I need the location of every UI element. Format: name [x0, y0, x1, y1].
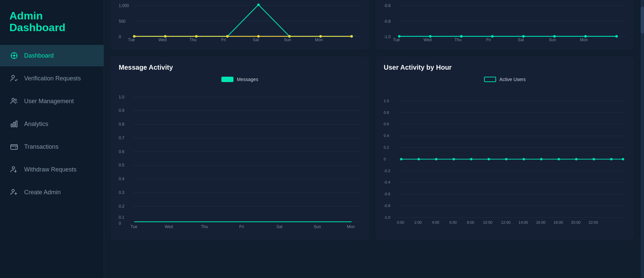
svg-text:1.0: 1.0: [119, 95, 124, 99]
svg-point-57: [584, 35, 587, 38]
sidebar-item-dashboard[interactable]: Dashboard: [0, 45, 104, 66]
svg-text:-0.6: -0.6: [384, 192, 390, 196]
svg-text:Fri: Fri: [486, 38, 491, 42]
svg-text:16:00: 16:00: [536, 220, 545, 224]
svg-point-120: [470, 158, 472, 160]
svg-text:6:00: 6:00: [449, 220, 457, 224]
sidebar-item-transactions[interactable]: Transactions: [0, 136, 104, 157]
svg-point-14: [12, 167, 15, 169]
bar-chart-icon: [9, 119, 19, 129]
svg-text:18:00: 18:00: [553, 220, 563, 224]
svg-point-51: [398, 35, 400, 38]
svg-text:0.7: 0.7: [119, 136, 124, 140]
svg-text:Wed: Wed: [165, 224, 173, 229]
svg-point-123: [523, 158, 525, 160]
sidebar-nav: Dashboard Verification Requests: [0, 42, 104, 206]
svg-text:0.8: 0.8: [119, 122, 124, 127]
app-title: Admin Dashboard: [9, 10, 94, 33]
svg-text:Sat: Sat: [518, 38, 524, 42]
messages-legend-box: [221, 77, 233, 82]
svg-text:0.4: 0.4: [119, 177, 124, 181]
person-add-icon: [9, 188, 19, 197]
scrollbar-track[interactable]: [641, 0, 644, 278]
message-activity-legend: Messages: [119, 77, 361, 82]
sidebar-item-withdraw-requests[interactable]: Withdraw Requests: [0, 159, 104, 180]
svg-text:0.9: 0.9: [119, 108, 124, 113]
sidebar-item-user-management[interactable]: User Management: [0, 90, 104, 112]
svg-text:Mon: Mon: [315, 38, 323, 42]
svg-point-124: [540, 158, 542, 160]
partial-chart-left-svg: 1,000 500 0: [119, 0, 361, 44]
sidebar: Admin Dashboard Dashboard: [0, 0, 104, 278]
svg-point-125: [557, 158, 560, 160]
svg-point-121: [488, 158, 490, 160]
svg-text:8:00: 8:00: [467, 220, 474, 224]
svg-point-56: [553, 35, 555, 38]
svg-point-118: [435, 158, 437, 160]
sidebar-item-create-admin[interactable]: Create Admin: [0, 182, 104, 203]
partial-chart-left: 1,000 500 0: [111, 0, 369, 50]
svg-text:Fri: Fri: [239, 224, 244, 229]
svg-text:1,000: 1,000: [119, 3, 129, 8]
svg-text:0: 0: [119, 34, 121, 39]
sidebar-logo: Admin Dashboard: [0, 0, 104, 42]
svg-text:14:00: 14:00: [519, 220, 528, 224]
partial-top-charts: 1,000 500 0: [104, 0, 641, 50]
scrollbar-thumb[interactable]: [641, 7, 644, 33]
main-charts-row: Message Activity Messages 1.0 0.9 0.8 0.…: [111, 56, 634, 240]
svg-text:500: 500: [119, 19, 125, 24]
message-activity-svg: 1.0 0.9 0.8 0.7 0.6 0.5 0.4 0.3 0.2 0.1 …: [119, 86, 361, 233]
person-check-icon: [9, 74, 19, 83]
svg-text:-0.2: -0.2: [384, 169, 390, 173]
svg-point-37: [351, 35, 353, 38]
sidebar-item-verification-requests[interactable]: Verification Requests: [0, 68, 104, 89]
sidebar-item-label-transactions: Transactions: [24, 143, 58, 150]
svg-point-55: [522, 35, 525, 38]
svg-text:Fri: Fri: [221, 38, 226, 42]
svg-point-122: [505, 158, 507, 160]
svg-point-35: [288, 35, 290, 38]
svg-point-26: [257, 3, 260, 6]
svg-point-117: [418, 158, 420, 160]
svg-text:Thu: Thu: [201, 224, 208, 229]
svg-rect-12: [11, 145, 17, 149]
svg-point-58: [615, 35, 618, 38]
svg-text:-0.8: -0.8: [384, 19, 391, 24]
svg-text:0: 0: [119, 221, 121, 226]
messages-legend-label: Messages: [237, 77, 258, 82]
svg-point-31: [164, 35, 166, 38]
svg-text:-0.8: -0.8: [384, 204, 390, 208]
svg-text:0.6: 0.6: [384, 122, 389, 126]
svg-text:Mon: Mon: [580, 38, 588, 42]
svg-text:0.3: 0.3: [119, 190, 124, 195]
svg-text:Wed: Wed: [423, 38, 432, 42]
svg-text:Wed: Wed: [158, 38, 167, 42]
withdraw-icon: [9, 165, 19, 174]
sidebar-item-analytics[interactable]: Analytics: [0, 113, 104, 135]
svg-point-129: [622, 158, 624, 160]
svg-point-1: [13, 55, 15, 57]
message-activity-card: Message Activity Messages 1.0 0.9 0.8 0.…: [111, 56, 369, 240]
svg-text:Sun: Sun: [314, 224, 321, 229]
sidebar-item-label-analytics: Analytics: [24, 121, 48, 128]
sidebar-item-label-withdraw: Withdraw Requests: [24, 166, 76, 173]
active-users-legend-label: Active Users: [499, 77, 526, 82]
user-activity-chart: 1.0 0.8 0.6 0.4 0.2 0 -0.2 -0.4 -0.6 -0.…: [384, 86, 626, 235]
svg-text:0: 0: [384, 157, 386, 161]
svg-point-6: [12, 75, 14, 78]
svg-point-119: [452, 158, 455, 160]
sidebar-item-label-dashboard: Dashboard: [24, 52, 54, 59]
charts-area: Message Activity Messages 1.0 0.9 0.8 0.…: [104, 56, 641, 254]
svg-text:22:00: 22:00: [589, 220, 598, 224]
sidebar-item-label-create-admin: Create Admin: [24, 189, 61, 196]
sidebar-item-label-user-mgmt: User Management: [24, 98, 74, 105]
svg-text:0.2: 0.2: [119, 204, 124, 209]
user-activity-legend: Active Users: [384, 77, 626, 82]
svg-text:Tue: Tue: [393, 38, 400, 42]
svg-text:Sun: Sun: [284, 38, 291, 42]
svg-text:Sat: Sat: [276, 224, 283, 229]
svg-point-32: [195, 35, 198, 38]
svg-point-53: [460, 35, 463, 38]
svg-point-36: [319, 35, 322, 38]
svg-point-34: [257, 35, 260, 38]
